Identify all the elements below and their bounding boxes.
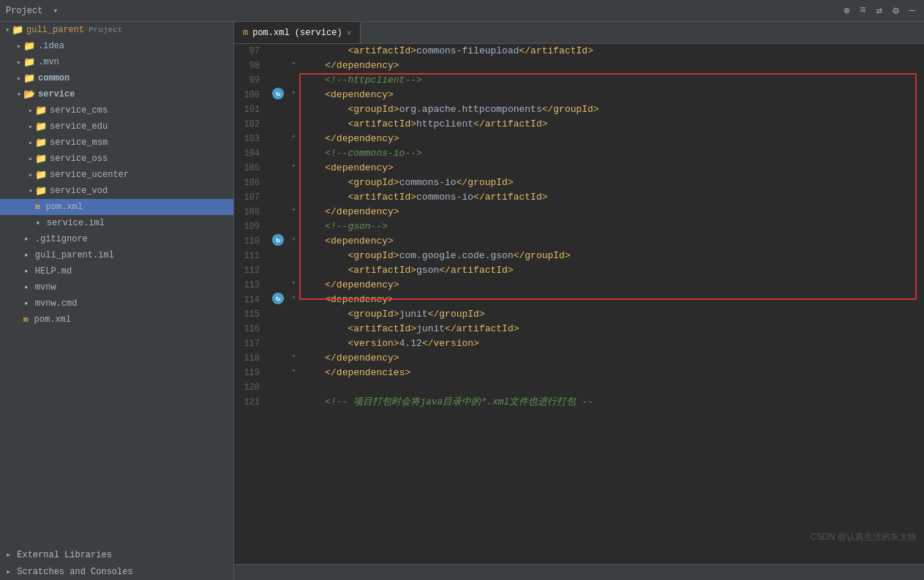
- line-content: </dependencies>: [299, 366, 924, 380]
- code-line: 101 <groupId>org.apache.httpcomponents</…: [234, 102, 924, 117]
- sidebar-item-service_edu[interactable]: ▸ 📁 service_edu: [0, 118, 233, 135]
- folder-icon: 📁: [35, 105, 47, 116]
- sidebar-item-help-md[interactable]: ▪ HELP.md: [0, 263, 233, 279]
- arrow-icon: ▸: [26, 170, 35, 179]
- line-number: 105: [234, 161, 267, 176]
- sidebar-item-service_ucenter[interactable]: ▸ 📁 service_ucenter: [0, 167, 233, 183]
- line-content: <artifactId>commons-io</artifactId>: [299, 190, 924, 205]
- code-line: 99 <!--httpclient-->: [234, 73, 924, 88]
- sidebar-label: service_vod: [50, 186, 108, 196]
- sidebar-item-service-iml[interactable]: ▪ service.iml: [0, 215, 233, 231]
- line-number: 111: [234, 249, 267, 263]
- sidebar-item-service_vod[interactable]: ▾ 📁 service_vod: [0, 183, 233, 199]
- sidebar-item-guli-parent-iml[interactable]: ▪ guli_parent.iml: [0, 247, 233, 263]
- sidebar-item-pom-xml[interactable]: m pom.xml: [0, 199, 233, 215]
- watermark: CSDN @认真生活的灰太狼: [810, 531, 917, 543]
- sidebar-item-common[interactable]: ▸ 📁 common: [0, 70, 233, 86]
- settings-icon[interactable]: ⚙: [890, 3, 901, 18]
- sidebar-label: common: [38, 73, 70, 83]
- sidebar-item-mvn[interactable]: ▸ 📁 .mvn: [0, 54, 233, 70]
- project-dropdown-arrow[interactable]: ▾: [53, 6, 58, 15]
- line-fold[interactable]: ▸: [289, 132, 299, 140]
- tab-close-button[interactable]: ✕: [347, 28, 352, 37]
- sidebar-label: service.iml: [47, 218, 105, 228]
- sidebar-item-guli_parent[interactable]: ▾ 📁 guli_parent Project: [0, 22, 233, 38]
- folder-icon: 📁: [35, 121, 47, 132]
- editor-tab-pom-xml[interactable]: m pom.xml (service) ✕: [234, 22, 361, 43]
- arrow-icon: [15, 316, 23, 324]
- sidebar-item-mvnw-cmd[interactable]: ▪ mvnw.cmd: [0, 295, 233, 312]
- external-libraries-icon: ▸: [6, 549, 11, 560]
- line-fold[interactable]: ▸: [289, 366, 299, 374]
- line-content: <version>4.12</version>: [299, 336, 924, 351]
- line-content: </dependency>: [299, 132, 924, 146]
- line-number: 104: [234, 146, 267, 161]
- arrow-icon: [15, 268, 23, 276]
- sidebar-item-service_cms[interactable]: ▸ 📁 service_cms: [0, 102, 233, 118]
- sidebar-item-mvnw[interactable]: ▪ mvnw: [0, 279, 233, 295]
- add-icon[interactable]: ⊕: [841, 3, 852, 18]
- arrow-icon: [15, 300, 23, 308]
- xml-tab-icon: m: [243, 28, 248, 38]
- folder-icon: 📁: [23, 56, 35, 68]
- swap-icon[interactable]: ⇄: [874, 3, 885, 18]
- sidebar-item-service[interactable]: ▾ 📂 service: [0, 86, 233, 102]
- arrow-icon: ▸: [26, 138, 35, 147]
- list-icon[interactable]: ≡: [857, 3, 868, 18]
- line-fold[interactable]: ▸: [289, 293, 299, 301]
- sidebar-item-gitignore[interactable]: ▪ .gitignore: [0, 231, 233, 247]
- project-panel-title: Project: [6, 6, 42, 16]
- sidebar-item-external-libraries[interactable]: ▸ External Libraries: [0, 546, 233, 563]
- arrow-icon: [15, 284, 23, 292]
- line-gutter: ↻: [267, 234, 289, 246]
- line-number: 112: [234, 263, 267, 278]
- line-fold[interactable]: ▸: [289, 234, 299, 243]
- line-number: 119: [234, 366, 267, 380]
- line-fold[interactable]: ▸: [289, 205, 299, 214]
- scratches-icon: ▸: [6, 566, 11, 577]
- project-path: Project: [89, 26, 122, 34]
- main-layout: ▾ 📁 guli_parent Project ▸ 📁 .idea ▸ 📁 .m…: [0, 22, 924, 580]
- line-content: <!--httpclient-->: [299, 73, 924, 88]
- code-line: 106 <groupId>commons-io</groupId>: [234, 176, 924, 190]
- reload-icon[interactable]: ↻: [272, 88, 284, 99]
- sidebar-item-pom-xml-root[interactable]: m pom.xml: [0, 312, 233, 328]
- line-number: 118: [234, 351, 267, 366]
- line-content: </dependency>: [299, 278, 924, 293]
- editor-area: m pom.xml (service) ✕ 97 <artifactId>com…: [234, 22, 924, 580]
- line-fold[interactable]: ▸: [289, 59, 299, 67]
- code-line: 98 ▸ </dependency>: [234, 59, 924, 73]
- line-fold[interactable]: ▸: [289, 278, 299, 287]
- folder-icon: 📁: [23, 72, 35, 84]
- line-number: 121: [234, 395, 267, 410]
- reload-icon[interactable]: ↻: [272, 293, 284, 304]
- sidebar-item-scratches[interactable]: ▸ Scratches and Consoles: [0, 563, 233, 580]
- sidebar-item-idea[interactable]: ▸ 📁 .idea: [0, 38, 233, 54]
- line-number: 114: [234, 293, 267, 307]
- sidebar-label: pom.xml: [34, 315, 71, 325]
- sidebar-label: service_edu: [50, 121, 108, 132]
- code-line: 110 ↻ ▸ <dependency>: [234, 234, 924, 249]
- line-fold[interactable]: ▸: [289, 351, 299, 360]
- line-number: 116: [234, 322, 267, 336]
- line-number: 99: [234, 73, 267, 88]
- line-fold[interactable]: ▸: [289, 88, 299, 97]
- code-editor[interactable]: 97 <artifactId>commons-fileupload</artif…: [234, 44, 924, 564]
- line-fold[interactable]: ▸: [289, 161, 299, 170]
- line-number: 115: [234, 307, 267, 322]
- code-line: 115 <groupId>junit</groupId>: [234, 307, 924, 322]
- line-content: <groupId>junit</groupId>: [299, 307, 924, 322]
- sidebar-label: .idea: [38, 41, 64, 51]
- line-content: <dependency>: [299, 234, 924, 249]
- reload-icon[interactable]: ↻: [272, 234, 284, 246]
- xml-icon: m: [35, 203, 40, 211]
- code-line: 100 ↻ ▸ <dependency>: [234, 88, 924, 102]
- iml-icon: ▪: [35, 218, 41, 229]
- sidebar-item-service_msm[interactable]: ▸ 📁 service_msm: [0, 135, 233, 151]
- line-content: <artifactId>gson</artifactId>: [299, 263, 924, 278]
- minimize-icon[interactable]: ―: [906, 3, 918, 18]
- sidebar-label: guli_parent.iml: [35, 250, 114, 260]
- sidebar: ▾ 📁 guli_parent Project ▸ 📁 .idea ▸ 📁 .m…: [0, 22, 234, 580]
- line-content: <groupId>org.apache.httpcomponents</grou…: [299, 102, 924, 117]
- sidebar-item-service_oss[interactable]: ▸ 📁 service_oss: [0, 151, 233, 167]
